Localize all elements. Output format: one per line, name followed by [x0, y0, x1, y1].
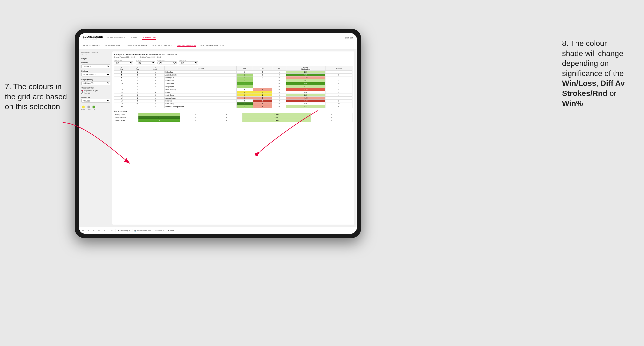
table-row: 18 2 2 Euna Lee 0 1 0 -5.00 2	[114, 100, 352, 102]
col-tie: Tie	[272, 66, 286, 71]
legend-down: Down	[81, 106, 85, 110]
undo-btn[interactable]: ↩	[81, 229, 85, 232]
player-rank-section: Player (Rank) 8. Katelyn Vo	[81, 78, 110, 85]
undo2-btn[interactable]: ↩	[87, 229, 90, 232]
subnav-team-h2h-grid[interactable]: TEAM H2H GRID	[105, 44, 121, 47]
out-of-division-header: Out of division	[114, 110, 352, 112]
table-row: 19 10 6 Emily Chang 4 1 0 0.30 11	[114, 102, 352, 105]
history-btn[interactable]: ⏱	[110, 229, 114, 232]
col-loss: Loss	[253, 66, 272, 71]
edit-btn[interactable]: ✎	[102, 229, 106, 232]
nav-links: TOURNAMENTS TEAMS COMMITTEE	[107, 36, 344, 40]
colour-section: Colour by Win/loss	[81, 96, 110, 103]
grid-title: Katelyn Vo Head-to-Head Grid for Women's…	[114, 53, 352, 56]
legend-up-dot	[92, 106, 95, 108]
nav-sign-out[interactable]: | Sign out	[344, 36, 353, 39]
col-div: #Div	[114, 66, 129, 71]
colour-by-label: Colour by	[81, 96, 110, 98]
subnav-player-summary[interactable]: PLAYER SUMMARY	[152, 44, 172, 47]
grid-records: Overall Record: 353 - 34 - 6 Division Re…	[114, 56, 352, 58]
ood-table-row: NAIA Division 1 15 0 0 9.267 30	[114, 116, 352, 119]
toolbar-sep2	[116, 229, 116, 232]
player-section: Player	[81, 57, 110, 60]
opponent-view-label: Opponent view	[81, 87, 110, 89]
subnav-team-h2h-heatmap[interactable]: TEAM H2H HEATMAP	[126, 44, 148, 47]
filter-opponents-select[interactable]: (All)	[114, 61, 133, 64]
legend-down-dot	[82, 106, 85, 108]
subnav-player-h2h-grid[interactable]: PLAYER H2H GRID	[177, 44, 196, 47]
player-rank-select[interactable]: 8. Katelyn Vo	[81, 81, 110, 85]
table-header-row: #Div #Reg #Conf Opponent Win Loss Tie Di…	[114, 66, 352, 71]
subnav-player-h2h-heatmap[interactable]: PLAYER H2H HEATMAP	[200, 44, 224, 47]
toolbar-sep5	[166, 229, 166, 232]
table-row: 14 7 4 Eunice Yi 2 2 0 0.38 9	[114, 91, 352, 94]
nav-tournaments[interactable]: TOURNAMENTS	[107, 36, 125, 40]
watch-btn[interactable]: 👁 Watch ▾	[155, 230, 164, 232]
filter-opponent-select[interactable]: (All)	[179, 61, 198, 64]
save-icon: 💾	[134, 230, 136, 232]
tablet-frame: SCOREBOARD Powered by clippd TOURNAMENTS…	[75, 29, 361, 238]
table-row: 5 2 2 Alexis Sudjianto 1 0 0 4.00 3	[114, 74, 352, 76]
left-panel: Last Updated: 27/03/2024 16:55:38 Player…	[81, 51, 110, 225]
copy-btn[interactable]: ⊞	[97, 229, 101, 232]
ood-table-row: NCAA Division 2 5 0 0 7.400 10	[114, 119, 352, 122]
overall-record: Overall Record: 353 - 34 - 6	[114, 56, 135, 58]
col-win: Win	[237, 66, 253, 71]
sub-nav: TEAM SUMMARY TEAM H2H GRID TEAM H2H HEAT…	[79, 42, 357, 49]
logo: SCOREBOARD Powered by clippd	[83, 36, 103, 40]
table-row: 3 1 1 Esther Lee 1 0 1 1.50 4	[114, 71, 352, 74]
ood-table: Foreign Team 1 0 0 4.500 2 NAIA Division…	[114, 113, 352, 122]
toolbar-sep1	[108, 229, 108, 232]
last-updated: Last Updated: 27/03/2024 16:55:38	[81, 51, 110, 55]
bottom-toolbar: ↩ ↩ ↪ ⊞ ✎ ⏱ 👁 View: Original 💾 Save Cust…	[79, 227, 357, 234]
gender-section: Gender Women's	[81, 62, 110, 68]
player-label: Player	[81, 57, 110, 60]
col-diff: Diff AvStrokes/Rnd	[286, 66, 326, 71]
table-row: 13 1 1 Jessica Huang 0 1 0 -3.00 2	[114, 88, 352, 91]
share-icon: ⬆	[168, 230, 169, 232]
toolbar-sep4	[153, 229, 153, 232]
colour-by-select[interactable]: Win/loss	[81, 99, 110, 103]
radio-top100-circle[interactable]	[81, 92, 83, 94]
radio-opponents-played[interactable]: Opponents Played	[81, 90, 110, 92]
table-row: 6 1 3 Sydney Kuo 1 0 0 -1.00	[114, 76, 352, 79]
filter-conference-select[interactable]: (All)	[158, 61, 177, 64]
share-btn[interactable]: ⬆ Share	[168, 230, 174, 232]
table-row: 11 1 2 Heejo Hyun 1 0 0 3.33 3	[114, 85, 352, 88]
filter-region: Region (All)	[136, 59, 155, 64]
radio-top100[interactable]: Top 100	[81, 92, 110, 94]
opponent-view-section: Opponent view Opponents Played Top 100	[81, 87, 110, 94]
main-content: Last Updated: 27/03/2024 16:55:38 Player…	[79, 49, 357, 227]
legend-row: Down Level Up	[81, 106, 110, 110]
nav-teams[interactable]: TEAMS	[129, 36, 138, 40]
filter-opponents: Opponents: (All)	[114, 59, 133, 64]
nav-committee[interactable]: COMMITTEE	[142, 36, 156, 40]
nav-bar: SCOREBOARD Powered by clippd TOURNAMENTS…	[79, 33, 357, 42]
annotation-right: 8. The colour shade will change dependin…	[562, 38, 625, 108]
col-reg: #Reg	[129, 66, 146, 71]
data-table: #Div #Reg #Conf Opponent Win Loss Tie Di…	[114, 66, 352, 108]
tablet-screen: SCOREBOARD Powered by clippd TOURNAMENTS…	[79, 33, 357, 234]
eye-icon: 👁	[118, 230, 120, 231]
view-original-btn[interactable]: 👁 View: Original	[118, 230, 130, 231]
table-row: 10 6 3 Andrea York 2 0 0 4.00 4	[114, 82, 352, 85]
col-rounds: Rounds	[325, 66, 352, 71]
radio-opponents-played-circle[interactable]	[81, 90, 83, 92]
gender-label: Gender	[81, 62, 110, 64]
gender-select[interactable]: Women's	[81, 64, 110, 68]
table-row: 9 1 4 Sharon Mun 1 0 0 3.67 3	[114, 79, 352, 82]
toolbar-sep3	[132, 229, 132, 232]
legend-up: Up	[92, 106, 95, 110]
filter-region-select[interactable]: (All)	[136, 61, 155, 64]
legend-level: Level	[87, 106, 90, 110]
save-custom-btn[interactable]: 💾 Save Custom View	[134, 230, 151, 232]
redo-btn[interactable]: ↪	[92, 229, 95, 232]
subnav-team-summary[interactable]: TEAM SUMMARY	[83, 44, 100, 47]
legend-level-dot	[88, 106, 90, 108]
player-rank-label: Player (Rank)	[81, 78, 110, 81]
division-select[interactable]: NCAA Division III	[81, 73, 110, 76]
ood-table-row: Foreign Team 1 0 0 4.500 2	[114, 113, 352, 116]
right-panel: Katelyn Vo Head-to-Head Grid for Women's…	[112, 51, 354, 225]
col-conf: #Conf	[146, 66, 164, 71]
division-label: Division	[81, 70, 110, 72]
